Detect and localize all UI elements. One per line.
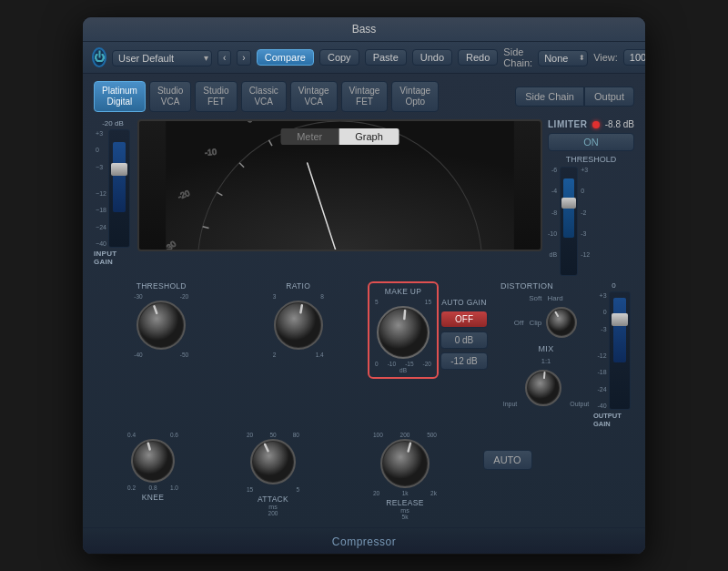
side-chain-wrapper: None <box>538 49 588 66</box>
attack-scale-200: 200 <box>268 510 278 516</box>
lim-r-neg2: -2 <box>581 209 590 216</box>
tab-vintage-vca[interactable]: Vintage VCA <box>290 81 338 112</box>
tab-platinum-digital[interactable]: Platinum Digital <box>94 81 146 112</box>
power-button[interactable]: ⏻ <box>92 47 106 67</box>
release-knob[interactable] <box>379 438 430 489</box>
makeup-knob[interactable] <box>376 305 430 360</box>
input-fader-with-scale: +3 0 −3 −12 −18 −24 −40 <box>96 129 130 248</box>
preset-wrapper: User Default <box>112 49 212 66</box>
ratio-knob[interactable] <box>273 300 324 351</box>
tab-studio-vca[interactable]: Studio VCA <box>149 81 191 112</box>
limiter-threshold-fader[interactable] <box>560 167 578 276</box>
release-knob-group: 100200500 201k2k RELEASE ms 5k <box>334 432 476 520</box>
meter-graph-tabs: Meter Graph <box>280 128 399 145</box>
release-scale-top: 100200500 <box>373 432 437 438</box>
makeup-scale-bottom: 0-10-15-20 <box>375 361 431 367</box>
redo-button[interactable]: Redo <box>458 49 498 66</box>
distortion-options-2: Off Clip <box>514 319 541 327</box>
view-value[interactable]: 100% <box>623 49 646 66</box>
auto-gain-0db-button[interactable]: 0 dB <box>440 331 488 349</box>
preset-dropdown[interactable]: User Default <box>112 50 212 66</box>
threshold-knob-label: THRESHOLD <box>136 281 187 291</box>
release-unit: ms <box>400 507 409 514</box>
lim-scale-neg6: -6 <box>548 167 557 173</box>
tab-vintage-opto[interactable]: Vintage Opto <box>391 81 439 112</box>
input-gain-fader[interactable] <box>108 129 130 248</box>
limiter-fader-thumb[interactable] <box>561 198 576 209</box>
distortion-label: DISTORTION <box>500 281 553 291</box>
auto-button[interactable]: AUTO <box>483 450 532 470</box>
knee-knob[interactable] <box>130 438 176 484</box>
limiter-scale-right: +3 0 -2 -3 -12 <box>581 167 590 258</box>
input-gain-db-label: -20 dB <box>102 119 124 127</box>
svg-point-40 <box>383 442 427 485</box>
svg-point-19 <box>139 303 183 347</box>
mix-output-label: Output <box>570 401 589 407</box>
output-fader-thumb[interactable] <box>612 313 628 326</box>
side-chain-output-btn[interactable]: Side Chain <box>515 87 584 107</box>
threshold-knob[interactable] <box>136 300 187 351</box>
tab-vintage-fet[interactable]: Vintage FET <box>341 81 389 112</box>
makeup-label: MAKE UP <box>385 287 421 296</box>
attack-scale-bottom: 155 <box>247 486 299 493</box>
svg-point-22 <box>277 303 320 347</box>
compare-button[interactable]: Compare <box>257 49 314 66</box>
graph-tab[interactable]: Graph <box>339 128 399 145</box>
lim-r-neg3: -3 <box>581 230 590 237</box>
limiter-header: LIMITER -8.8 dB <box>548 119 634 129</box>
meter-controls-row: -20 dB +3 0 −3 −12 −18 −24 −40 <box>94 119 634 276</box>
mix-ratio: 1:1 <box>541 357 551 365</box>
input-scale-markers: +3 0 −3 −12 −18 −24 −40 <box>96 130 106 247</box>
attack-knob[interactable] <box>249 438 297 485</box>
model-tabs-left: Platinum Digital Studio VCA Studio FET C… <box>94 81 439 112</box>
auto-gain-section: AUTO GAIN OFF 0 dB -12 dB <box>440 281 488 370</box>
output-fader-with-scale: +3 0 -3 -12 -18 -24 -40 <box>597 291 630 410</box>
tab-classic-vca[interactable]: Classic VCA <box>241 81 287 112</box>
mix-controls: Input Output <box>503 369 590 407</box>
svg-point-25 <box>379 309 427 356</box>
limiter-on-button[interactable]: ON <box>548 133 634 151</box>
release-label: RELEASE <box>386 498 423 507</box>
attack-label: ATTACK <box>258 495 288 504</box>
paste-button[interactable]: Paste <box>365 49 407 66</box>
copy-button[interactable]: Copy <box>319 49 359 66</box>
svg-line-35 <box>148 444 150 450</box>
svg-text:-10: -10 <box>204 148 217 158</box>
distortion-options: Soft Hard <box>529 294 563 302</box>
tab-studio-fet[interactable]: Studio FET <box>195 81 237 112</box>
side-chain-select[interactable]: None <box>538 50 588 66</box>
dist-hard[interactable]: Hard <box>547 294 562 302</box>
nav-back-button[interactable]: ‹ <box>217 50 231 66</box>
scale-neg3: −3 <box>96 164 106 170</box>
power-icon: ⏻ <box>94 51 105 64</box>
right-limiter-section: LIMITER -8.8 dB ON THRESHOLD -6 -4 -8 -1… <box>548 119 634 276</box>
bottom-bar: Compressor <box>83 527 645 554</box>
plugin-name: Compressor <box>332 535 396 548</box>
nav-forward-button[interactable]: › <box>237 50 250 66</box>
mix-input-label: Input <box>503 401 518 407</box>
distortion-header: DISTORTION <box>500 281 592 291</box>
auto-gain-neg12db-button[interactable]: -12 dB <box>440 352 488 370</box>
output-gain-section: 0 +3 0 -3 -12 -18 -24 -40 <box>593 281 634 428</box>
dist-off[interactable]: Off <box>514 319 524 327</box>
output-btn[interactable]: Output <box>584 87 634 107</box>
output-gain-label: OUTPUT GAIN <box>593 412 634 428</box>
title-bar: Bass <box>83 17 645 42</box>
undo-button[interactable]: Undo <box>412 49 452 66</box>
lim-scale-db: dB <box>548 251 557 258</box>
mix-knob[interactable] <box>524 369 562 407</box>
knee-knob-group: 0.40.6 0.20.81.0 KNEE <box>94 432 212 502</box>
knobs-row: THRESHOLD -30-20 -40-50 RATIO <box>94 281 634 428</box>
auto-gain-off-button[interactable]: OFF <box>440 311 488 328</box>
scale-0: 0 <box>96 147 106 153</box>
output-gain-fader[interactable] <box>609 291 631 410</box>
scale-neg18: −18 <box>96 207 106 213</box>
dist-clip[interactable]: Clip <box>529 319 541 327</box>
meter-tab[interactable]: Meter <box>280 128 339 145</box>
makeup-gain-section: MAKE UP 515 0-10-15-20 dB <box>368 281 439 379</box>
fader-thumb[interactable] <box>111 163 127 176</box>
distortion-knob[interactable] <box>545 306 578 339</box>
output-fader-fill <box>613 298 626 362</box>
view-label: View: <box>593 52 618 63</box>
dist-soft[interactable]: Soft <box>529 294 541 302</box>
